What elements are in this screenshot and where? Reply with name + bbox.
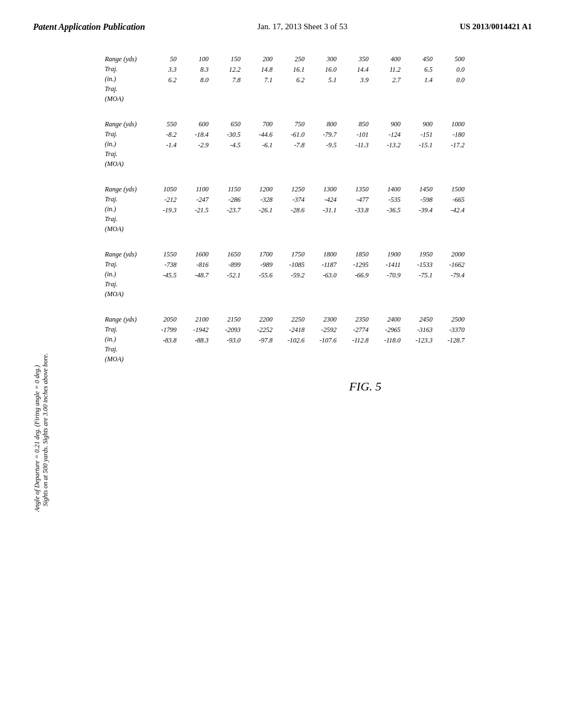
data-col-4-9: 2500-3370-128.7 — [434, 314, 466, 346]
data-col-4-8: 2450-3163-123.3 — [402, 314, 434, 346]
cell-value: 600 — [178, 119, 209, 130]
cell-value: -75.1 — [402, 270, 433, 281]
cell-value: -2093 — [210, 325, 241, 335]
cell-value: 750 — [274, 119, 305, 130]
data-col-0-9: 5000.00.0 — [434, 54, 466, 86]
cell-value: 850 — [338, 119, 369, 130]
cell-value: -989 — [242, 260, 273, 270]
data-area: Range (yds)Traj.(in.)Traj.(MOA)503.36.21… — [105, 54, 532, 364]
data-col-0-5: 30016.05.1 — [306, 54, 338, 86]
data-col-1-7: 900-124-13.2 — [370, 119, 402, 151]
data-col-1-0: 550-8.2-1.4 — [146, 119, 178, 151]
cell-value: -63.0 — [306, 270, 337, 281]
cell-value: 1250 — [274, 184, 305, 195]
cell-value: 1650 — [210, 249, 241, 260]
header-left: Patent Application Publication — [33, 22, 145, 32]
data-col-4-5: 2300-2592-107.6 — [306, 314, 338, 346]
cell-value: -33.8 — [338, 205, 369, 216]
cell-value: -28.6 — [274, 205, 305, 216]
cell-value: -2965 — [370, 325, 401, 335]
data-col-3-4: 1750-1085-59.2 — [274, 249, 306, 281]
cell-value: 2250 — [274, 314, 305, 325]
cell-value: 200 — [242, 54, 273, 65]
cell-value: -124 — [370, 130, 401, 140]
data-col-1-8: 900-151-15.1 — [402, 119, 434, 151]
data-col-0-4: 25016.16.2 — [274, 54, 306, 86]
cell-value: 6.2 — [274, 75, 305, 85]
chart-subtitle: Angle of Departure = 0.21 deg. (Firing a… — [33, 71, 50, 512]
cell-value: 14.4 — [338, 65, 369, 75]
cell-value: 1500 — [434, 184, 465, 195]
cell-value: -2774 — [338, 325, 369, 335]
cell-value: -374 — [274, 195, 305, 205]
cell-value: -23.7 — [210, 205, 241, 216]
data-col-2-9: 1500-665-42.4 — [434, 184, 466, 216]
cell-value: 1700 — [242, 249, 273, 260]
cell-value: 2450 — [402, 314, 433, 325]
cell-value: -535 — [370, 195, 401, 205]
cell-value: 2.7 — [370, 75, 401, 85]
cell-value: -7.8 — [274, 140, 305, 151]
cell-value: 6.5 — [402, 65, 433, 75]
cell-value: 800 — [306, 119, 337, 130]
cell-value: -1.4 — [146, 140, 177, 151]
columns-group-4: 2050-1799-83.82100-1942-88.32150-2093-93… — [146, 314, 466, 346]
cell-value: 2400 — [370, 314, 401, 325]
cell-value: 50 — [146, 54, 177, 65]
cell-value: -39.4 — [402, 205, 433, 216]
cell-value: -13.2 — [370, 140, 401, 151]
cell-value: -26.1 — [242, 205, 273, 216]
cell-value: 8.3 — [178, 65, 209, 75]
cell-value: 100 — [178, 54, 209, 65]
cell-value: 1350 — [338, 184, 369, 195]
data-col-2-4: 1250-374-28.6 — [274, 184, 306, 216]
data-col-3-6: 1850-1295-66.9 — [338, 249, 370, 281]
data-col-1-5: 800-79.7-9.5 — [306, 119, 338, 151]
data-col-2-1: 1100-247-21.5 — [178, 184, 210, 216]
cell-value: -31.1 — [306, 205, 337, 216]
data-col-0-6: 35014.43.9 — [338, 54, 370, 86]
cell-value: 1550 — [146, 249, 177, 260]
cell-value: 0.0 — [434, 75, 465, 85]
cell-value: 1000 — [434, 119, 465, 130]
cell-value: -151 — [402, 130, 433, 140]
data-col-4-7: 2400-2965-118.0 — [370, 314, 402, 346]
cell-value: -1799 — [146, 325, 177, 335]
cell-value: -816 — [178, 260, 209, 270]
row-group-1: Range (yds)Traj.(in.)Traj.(MOA)550-8.2-1… — [105, 119, 532, 169]
data-col-0-1: 1008.38.0 — [178, 54, 210, 86]
cell-value: -247 — [178, 195, 209, 205]
cell-value: -42.4 — [434, 205, 465, 216]
cell-value: -15.1 — [402, 140, 433, 151]
cell-value: 300 — [306, 54, 337, 65]
data-col-3-3: 1700-989-55.6 — [242, 249, 274, 281]
cell-value: 2300 — [306, 314, 337, 325]
data-col-3-7: 1900-1411-70.9 — [370, 249, 402, 281]
data-col-4-4: 2250-2418-102.6 — [274, 314, 306, 346]
cell-value: -44.6 — [242, 130, 273, 140]
cell-value: -83.8 — [146, 335, 177, 346]
cell-value: -2592 — [306, 325, 337, 335]
cell-value: -93.0 — [210, 335, 241, 346]
cell-value: 150 — [210, 54, 241, 65]
cell-value: -8.2 — [146, 130, 177, 140]
cell-value: -118.0 — [370, 335, 401, 346]
cell-value: -1662 — [434, 260, 465, 270]
cell-value: 2050 — [146, 314, 177, 325]
cell-value: -1942 — [178, 325, 209, 335]
cell-value: -477 — [338, 195, 369, 205]
cell-value: 400 — [370, 54, 401, 65]
cell-value: -665 — [434, 195, 465, 205]
data-col-1-4: 750-61.0-7.8 — [274, 119, 306, 151]
header-right: US 2013/0014421 A1 — [460, 22, 532, 31]
cell-value: 1450 — [402, 184, 433, 195]
cell-value: -212 — [146, 195, 177, 205]
cell-value: 1950 — [402, 249, 433, 260]
cell-value: 2350 — [338, 314, 369, 325]
cell-value: 1600 — [178, 249, 209, 260]
cell-value: -738 — [146, 260, 177, 270]
header-center: Jan. 17, 2013 Sheet 3 of 53 — [257, 22, 347, 31]
cell-value: 16.0 — [306, 65, 337, 75]
cell-value: 1300 — [306, 184, 337, 195]
cell-value: -598 — [402, 195, 433, 205]
